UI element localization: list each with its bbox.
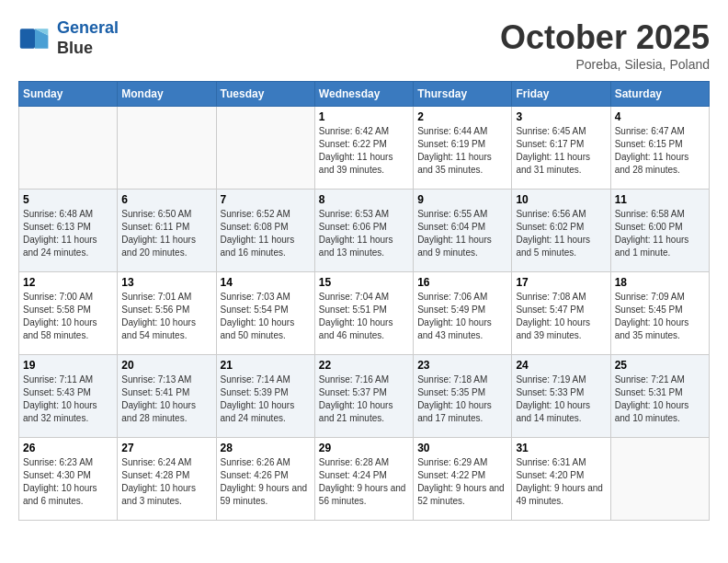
day-info: Sunrise: 6:50 AM Sunset: 6:11 PM Dayligh… xyxy=(121,208,211,259)
day-number: 4 xyxy=(615,110,705,123)
day-number: 10 xyxy=(516,193,606,206)
day-info: Sunrise: 7:13 AM Sunset: 5:41 PM Dayligh… xyxy=(121,373,211,425)
day-info: Sunrise: 6:26 AM Sunset: 4:26 PM Dayligh… xyxy=(221,456,311,508)
day-cell: 31Sunrise: 6:31 AM Sunset: 4:20 PM Dayli… xyxy=(512,438,610,521)
day-info: Sunrise: 6:53 AM Sunset: 6:06 PM Dayligh… xyxy=(319,208,409,259)
day-cell: 21Sunrise: 7:14 AM Sunset: 5:39 PM Dayli… xyxy=(216,355,314,438)
day-cell: 19Sunrise: 7:11 AM Sunset: 5:43 PM Dayli… xyxy=(19,355,118,438)
day-number: 23 xyxy=(417,359,507,372)
day-number: 26 xyxy=(23,442,113,454)
day-number: 29 xyxy=(319,442,409,454)
col-header-wednesday: Wednesday xyxy=(314,82,413,107)
day-cell: 25Sunrise: 7:21 AM Sunset: 5:31 PM Dayli… xyxy=(610,355,709,438)
day-number: 1 xyxy=(319,110,409,123)
calendar-table: SundayMondayTuesdayWednesdayThursdayFrid… xyxy=(18,81,710,521)
logo-text: General Blue xyxy=(57,18,119,58)
day-info: Sunrise: 7:03 AM Sunset: 5:54 PM Dayligh… xyxy=(221,291,311,342)
day-info: Sunrise: 7:18 AM Sunset: 5:35 PM Dayligh… xyxy=(417,373,507,425)
col-header-thursday: Thursday xyxy=(414,82,512,107)
day-number: 13 xyxy=(121,276,211,289)
day-info: Sunrise: 6:24 AM Sunset: 4:28 PM Dayligh… xyxy=(121,456,211,508)
col-header-friday: Friday xyxy=(512,82,610,107)
day-info: Sunrise: 7:19 AM Sunset: 5:33 PM Dayligh… xyxy=(516,373,606,425)
day-number: 9 xyxy=(417,193,507,206)
col-header-monday: Monday xyxy=(118,82,216,107)
day-info: Sunrise: 7:06 AM Sunset: 5:49 PM Dayligh… xyxy=(417,291,507,342)
col-header-saturday: Saturday xyxy=(610,82,709,107)
day-number: 19 xyxy=(23,359,113,372)
day-number: 17 xyxy=(516,276,606,289)
day-info: Sunrise: 6:28 AM Sunset: 4:24 PM Dayligh… xyxy=(319,456,409,508)
calendar-header-row: SundayMondayTuesdayWednesdayThursdayFrid… xyxy=(19,82,710,107)
day-number: 14 xyxy=(221,276,311,289)
day-cell: 7Sunrise: 6:52 AM Sunset: 6:08 PM Daylig… xyxy=(216,190,314,272)
day-cell xyxy=(19,107,118,190)
day-info: Sunrise: 7:08 AM Sunset: 5:47 PM Dayligh… xyxy=(516,291,606,342)
day-cell: 12Sunrise: 7:00 AM Sunset: 5:58 PM Dayli… xyxy=(19,272,118,355)
day-info: Sunrise: 6:42 AM Sunset: 6:22 PM Dayligh… xyxy=(319,125,409,177)
day-info: Sunrise: 6:55 AM Sunset: 6:04 PM Dayligh… xyxy=(417,208,507,259)
day-number: 21 xyxy=(221,359,311,372)
day-cell: 27Sunrise: 6:24 AM Sunset: 4:28 PM Dayli… xyxy=(118,438,216,521)
day-number: 7 xyxy=(221,193,311,206)
day-info: Sunrise: 6:45 AM Sunset: 6:17 PM Dayligh… xyxy=(516,125,606,177)
day-info: Sunrise: 6:29 AM Sunset: 4:22 PM Dayligh… xyxy=(417,456,507,508)
day-info: Sunrise: 6:48 AM Sunset: 6:13 PM Dayligh… xyxy=(23,208,113,259)
day-cell: 10Sunrise: 6:56 AM Sunset: 6:02 PM Dayli… xyxy=(512,190,610,272)
day-number: 28 xyxy=(221,442,311,454)
day-number: 12 xyxy=(23,276,113,289)
day-cell xyxy=(610,438,709,521)
day-number: 22 xyxy=(319,359,409,372)
logo-line1: General xyxy=(57,18,119,37)
col-header-tuesday: Tuesday xyxy=(216,82,314,107)
day-cell: 16Sunrise: 7:06 AM Sunset: 5:49 PM Dayli… xyxy=(414,272,512,355)
day-info: Sunrise: 6:31 AM Sunset: 4:20 PM Dayligh… xyxy=(516,456,606,508)
day-cell: 2Sunrise: 6:44 AM Sunset: 6:19 PM Daylig… xyxy=(414,107,512,190)
day-number: 6 xyxy=(121,193,211,206)
day-number: 31 xyxy=(516,442,606,454)
day-cell: 8Sunrise: 6:53 AM Sunset: 6:06 PM Daylig… xyxy=(314,190,413,272)
day-cell: 24Sunrise: 7:19 AM Sunset: 5:33 PM Dayli… xyxy=(512,355,610,438)
day-number: 2 xyxy=(417,110,507,123)
day-number: 24 xyxy=(516,359,606,372)
day-info: Sunrise: 7:11 AM Sunset: 5:43 PM Dayligh… xyxy=(23,373,113,425)
day-info: Sunrise: 6:58 AM Sunset: 6:00 PM Dayligh… xyxy=(615,208,705,259)
day-info: Sunrise: 7:04 AM Sunset: 5:51 PM Dayligh… xyxy=(319,291,409,342)
day-info: Sunrise: 6:52 AM Sunset: 6:08 PM Dayligh… xyxy=(221,208,311,259)
title-block: October 2025 Poreba, Silesia, Poland xyxy=(500,18,710,72)
day-number: 3 xyxy=(516,110,606,123)
day-number: 30 xyxy=(417,442,507,454)
day-number: 25 xyxy=(615,359,705,372)
day-cell: 29Sunrise: 6:28 AM Sunset: 4:24 PM Dayli… xyxy=(314,438,413,521)
day-cell: 20Sunrise: 7:13 AM Sunset: 5:41 PM Dayli… xyxy=(118,355,216,438)
day-info: Sunrise: 7:01 AM Sunset: 5:56 PM Dayligh… xyxy=(121,291,211,342)
day-info: Sunrise: 7:09 AM Sunset: 5:45 PM Dayligh… xyxy=(615,291,705,342)
week-row-4: 19Sunrise: 7:11 AM Sunset: 5:43 PM Dayli… xyxy=(19,355,710,438)
day-number: 27 xyxy=(121,442,211,454)
logo-icon xyxy=(18,22,51,55)
day-number: 11 xyxy=(615,193,705,206)
day-info: Sunrise: 7:14 AM Sunset: 5:39 PM Dayligh… xyxy=(221,373,311,425)
day-cell: 23Sunrise: 7:18 AM Sunset: 5:35 PM Dayli… xyxy=(414,355,512,438)
day-info: Sunrise: 6:56 AM Sunset: 6:02 PM Dayligh… xyxy=(516,208,606,259)
day-cell: 26Sunrise: 6:23 AM Sunset: 4:30 PM Dayli… xyxy=(19,438,118,521)
day-cell: 17Sunrise: 7:08 AM Sunset: 5:47 PM Dayli… xyxy=(512,272,610,355)
day-info: Sunrise: 6:44 AM Sunset: 6:19 PM Dayligh… xyxy=(417,125,507,177)
week-row-3: 12Sunrise: 7:00 AM Sunset: 5:58 PM Dayli… xyxy=(19,272,710,355)
day-info: Sunrise: 6:47 AM Sunset: 6:15 PM Dayligh… xyxy=(615,125,705,177)
col-header-sunday: Sunday xyxy=(19,82,118,107)
day-info: Sunrise: 7:21 AM Sunset: 5:31 PM Dayligh… xyxy=(615,373,705,425)
day-cell: 6Sunrise: 6:50 AM Sunset: 6:11 PM Daylig… xyxy=(118,190,216,272)
day-cell: 22Sunrise: 7:16 AM Sunset: 5:37 PM Dayli… xyxy=(314,355,413,438)
day-cell xyxy=(216,107,314,190)
day-info: Sunrise: 7:00 AM Sunset: 5:58 PM Dayligh… xyxy=(23,291,113,342)
day-cell: 30Sunrise: 6:29 AM Sunset: 4:22 PM Dayli… xyxy=(414,438,512,521)
day-cell: 5Sunrise: 6:48 AM Sunset: 6:13 PM Daylig… xyxy=(19,190,118,272)
page-header: General Blue October 2025 Poreba, Silesi… xyxy=(18,18,710,72)
day-cell: 13Sunrise: 7:01 AM Sunset: 5:56 PM Dayli… xyxy=(118,272,216,355)
day-cell: 9Sunrise: 6:55 AM Sunset: 6:04 PM Daylig… xyxy=(414,190,512,272)
day-cell xyxy=(118,107,216,190)
day-info: Sunrise: 6:23 AM Sunset: 4:30 PM Dayligh… xyxy=(23,456,113,508)
day-number: 8 xyxy=(319,193,409,206)
day-number: 16 xyxy=(417,276,507,289)
